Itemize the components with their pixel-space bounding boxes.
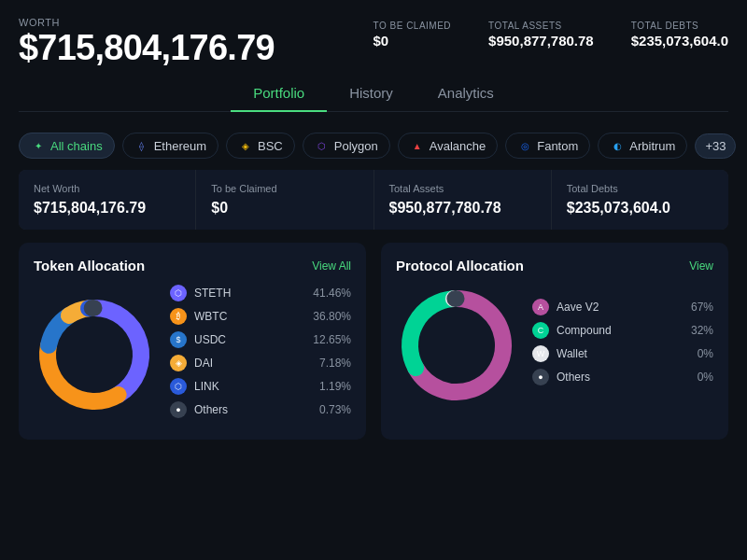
- protocol-allocation-card: Protocol Allocation View A Aave V2 67% C…: [381, 243, 728, 440]
- legend-item: $ USDC 12.65%: [170, 331, 351, 348]
- chain-chip-fantom[interactable]: ◎Fantom: [505, 133, 590, 159]
- legend-name: WBTC: [194, 310, 305, 323]
- stats-card-value: $0: [211, 200, 358, 217]
- stats-card-value: $235,073,604.0: [567, 200, 713, 217]
- legend-icon: ⬡: [170, 378, 187, 395]
- legend-pct: 0%: [678, 347, 713, 360]
- legend-item: ● Others 0%: [532, 369, 713, 385]
- legend-icon: A: [532, 299, 549, 315]
- legend-pct: 0.73%: [316, 403, 351, 416]
- legend-icon: ⬡: [170, 285, 187, 301]
- legend-icon: ◈: [170, 355, 187, 371]
- protocol-card-header: Protocol Allocation View: [396, 258, 713, 273]
- legend-pct: 0%: [678, 371, 713, 384]
- legend-pct: 67%: [678, 301, 713, 314]
- legend-name: Others: [194, 403, 308, 416]
- legend-pct: 1.19%: [316, 380, 351, 393]
- header-stat-value: $950,877,780.78: [488, 33, 594, 49]
- chain-label: All chains: [50, 139, 103, 153]
- protocol-card-title: Protocol Allocation: [396, 258, 524, 273]
- legend-pct: 12.65%: [313, 333, 351, 346]
- chains-bar: ✦All chains⟠Ethereum◈BSC⬡Polygon▲Avalanc…: [0, 121, 747, 170]
- legend-name: Compound: [557, 324, 670, 337]
- chain-label: Arbitrum: [629, 139, 675, 153]
- legend-icon: ●: [170, 401, 187, 418]
- tab-history[interactable]: History: [327, 76, 416, 112]
- chain-label: Polygon: [334, 139, 378, 153]
- chain-chip-polygon[interactable]: ⬡Polygon: [303, 133, 390, 159]
- chain-chip-ethereum[interactable]: ⟠Ethereum: [122, 133, 218, 159]
- tab-portfolio[interactable]: Portfolio: [231, 76, 327, 112]
- chain-icon-avalanche: ▲: [410, 138, 425, 153]
- net-worth-label: WORTH: [19, 17, 275, 28]
- header-stats: TO BE CLAIMED $0 TOTAL ASSETS $950,877,7…: [374, 17, 728, 49]
- tab-analytics[interactable]: Analytics: [416, 76, 516, 112]
- legend-pct: 41.46%: [313, 287, 351, 300]
- chain-icon-fantom: ◎: [517, 138, 532, 153]
- legend-item: ⬡ LINK 1.19%: [170, 378, 351, 395]
- legend-name: Wallet: [557, 347, 670, 360]
- legend-name: Others: [557, 371, 670, 384]
- legend-pct: 7.18%: [316, 357, 351, 370]
- protocol-view-all[interactable]: View: [689, 259, 713, 273]
- chain-label: BSC: [258, 139, 283, 153]
- token-view-all[interactable]: View All: [312, 259, 351, 273]
- legend-icon: C: [532, 322, 549, 339]
- legend-item: ◈ DAI 7.18%: [170, 355, 351, 371]
- protocol-donut-svg: [396, 285, 517, 406]
- stats-row: Net Worth $715,804,176.79 To be Claimed …: [19, 170, 728, 230]
- legend-item: ● Others 0.73%: [170, 401, 351, 418]
- stats-card-value: $950,877,780.78: [389, 200, 536, 217]
- protocol-legend: A Aave V2 67% C Compound 32% W Wallet 0%…: [532, 299, 713, 392]
- token-donut-svg: [34, 294, 155, 415]
- stats-card: Total Debts $235,073,604.0: [552, 170, 728, 230]
- header-stat-label: TOTAL DEBTS: [631, 21, 728, 31]
- header-stat-item: TO BE CLAIMED $0: [374, 21, 452, 49]
- legend-name: USDC: [194, 333, 305, 346]
- header-stat-item: TOTAL DEBTS $235,073,604.0: [631, 21, 728, 49]
- legend-item: C Compound 32%: [532, 322, 713, 339]
- header: WORTH $715,804,176.79 TO BE CLAIMED $0 T…: [0, 0, 747, 121]
- stats-card: Net Worth $715,804,176.79: [19, 170, 195, 230]
- protocol-chart-row: A Aave V2 67% C Compound 32% W Wallet 0%…: [396, 285, 713, 406]
- legend-pct: 36.80%: [313, 310, 351, 323]
- net-worth-section: WORTH $715,804,176.79: [19, 17, 275, 68]
- token-legend: ⬡ STETH 41.46% ₿ WBTC 36.80% $ USDC 12.6…: [170, 285, 351, 425]
- legend-name: DAI: [194, 357, 308, 370]
- legend-icon: $: [170, 331, 187, 348]
- legend-name: LINK: [194, 380, 308, 393]
- chain-chip-bsc[interactable]: ◈BSC: [226, 133, 295, 159]
- header-stat-label: TO BE CLAIMED: [374, 21, 452, 31]
- header-stat-label: TOTAL ASSETS: [488, 21, 594, 31]
- stats-card-label: Total Assets: [389, 183, 536, 194]
- stats-card-value: $715,804,176.79: [34, 200, 180, 217]
- legend-item: ₿ WBTC 36.80%: [170, 308, 351, 325]
- chain-icon-ethereum: ⟠: [134, 138, 149, 153]
- legend-icon: ●: [532, 369, 549, 385]
- stats-card: Total Assets $950,877,780.78: [374, 170, 551, 230]
- more-chains-badge[interactable]: +33: [695, 133, 736, 159]
- token-donut: [34, 294, 155, 415]
- stats-card-label: To be Claimed: [211, 183, 358, 194]
- legend-name: Aave V2: [557, 301, 670, 314]
- chain-label: Ethereum: [154, 139, 206, 153]
- token-card-title: Token Allocation: [34, 258, 145, 273]
- legend-icon: ₿: [170, 308, 187, 325]
- legend-pct: 32%: [678, 324, 713, 337]
- chain-icon-bsc: ◈: [238, 138, 253, 153]
- chain-label: Avalanche: [430, 139, 486, 153]
- main-content: Token Allocation View All ⬡ STETH 41.46%…: [0, 230, 747, 440]
- token-card-header: Token Allocation View All: [34, 258, 351, 273]
- chain-chip-arbitrum[interactable]: ◐Arbitrum: [598, 133, 687, 159]
- header-stat-value: $235,073,604.0: [631, 33, 728, 49]
- stats-card: To be Claimed $0: [196, 170, 373, 230]
- legend-item: ⬡ STETH 41.46%: [170, 285, 351, 301]
- chain-icon-polygon: ⬡: [315, 138, 330, 153]
- protocol-donut: [396, 285, 517, 406]
- chain-chip-avalanche[interactable]: ▲Avalanche: [398, 133, 498, 159]
- header-stat-item: TOTAL ASSETS $950,877,780.78: [488, 21, 594, 49]
- chain-icon-arbitrum: ◐: [610, 138, 625, 153]
- chain-chip-all-chains[interactable]: ✦All chains: [19, 133, 115, 159]
- token-chart-row: ⬡ STETH 41.46% ₿ WBTC 36.80% $ USDC 12.6…: [34, 285, 351, 425]
- legend-item: A Aave V2 67%: [532, 299, 713, 315]
